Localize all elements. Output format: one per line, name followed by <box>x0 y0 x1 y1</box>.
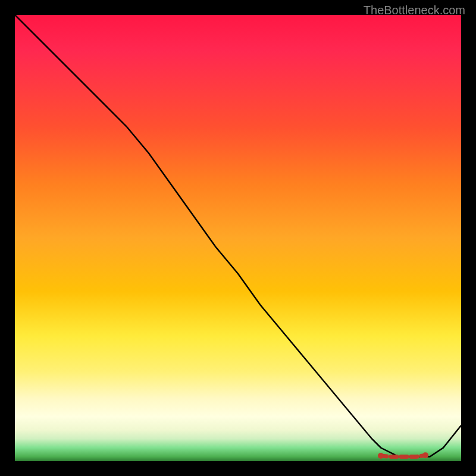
watermark-text: TheBottleneck.com <box>364 4 465 17</box>
optimal-range-markers <box>378 452 428 459</box>
optimal-range-line <box>381 455 425 456</box>
bottleneck-chart: TheBottleneck.com <box>0 0 476 476</box>
bottleneck-curve-line <box>15 15 461 457</box>
optimal-end-dot <box>422 452 428 458</box>
plot-area <box>15 15 461 461</box>
optimal-start-dot <box>378 453 384 459</box>
curve-layer <box>15 15 461 461</box>
